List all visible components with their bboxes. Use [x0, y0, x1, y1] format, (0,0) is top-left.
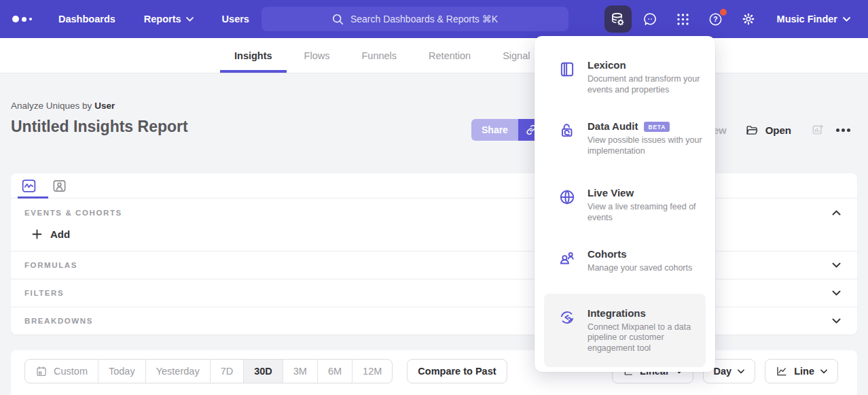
- apps-grid-icon: [676, 12, 690, 27]
- report-header: Analyze Uniques byUser Untitled Insights…: [0, 73, 868, 173]
- search-placeholder: Search Dashboards & Reports ⌘K: [350, 14, 498, 24]
- tab-flows[interactable]: Flows: [304, 38, 330, 73]
- range-custom-button[interactable]: Custom: [25, 360, 98, 383]
- menu-item-cohorts[interactable]: Cohorts Manage your saved cohorts: [535, 248, 715, 274]
- range-30d-button[interactable]: 30D: [243, 360, 283, 383]
- share-button[interactable]: Share: [471, 119, 518, 141]
- more-options-button[interactable]: [836, 128, 850, 132]
- menu-item-live-view[interactable]: Live View View a live streaming feed of …: [535, 187, 715, 223]
- beta-badge: BETA: [644, 122, 670, 132]
- svg-text:?: ?: [713, 15, 717, 23]
- lexicon-book-icon: [558, 61, 576, 95]
- nav-item-users[interactable]: Users: [222, 14, 249, 24]
- chart-toolbar: Custom Today Yesterday 7D 30D 3M 6M 12M …: [11, 350, 857, 395]
- nav-item-reports[interactable]: Reports: [144, 14, 194, 24]
- integrations-sync-icon: [558, 309, 576, 354]
- chart-type-select[interactable]: Line: [765, 359, 838, 383]
- data-management-icon: [610, 12, 626, 27]
- tab-funnels[interactable]: Funnels: [361, 38, 397, 73]
- analysis-context: Analyze Uniques byUser: [11, 101, 857, 111]
- expand-filters-button[interactable]: [832, 290, 841, 296]
- chevron-down-icon: [820, 369, 827, 374]
- menu-item-description: View possible issues with your implement…: [587, 135, 708, 156]
- profiles-mode-tab[interactable]: [52, 178, 67, 194]
- search-icon: [332, 14, 344, 25]
- report-actions: New Open: [706, 119, 850, 141]
- query-builder-card: EVENTS & COHORTS Add FORMULAS FILTERS BR…: [11, 173, 857, 334]
- chevron-down-icon: [832, 262, 841, 268]
- filters-section[interactable]: FILTERS: [11, 279, 857, 307]
- help-button[interactable]: ?: [702, 5, 729, 33]
- mixpanel-logo-icon[interactable]: [12, 16, 42, 22]
- breakdowns-section[interactable]: BREAKDOWNS: [11, 307, 857, 334]
- settings-button[interactable]: [735, 5, 762, 33]
- cohorts-people-icon: [558, 250, 576, 274]
- plus-icon: [32, 229, 42, 239]
- range-today-button[interactable]: Today: [98, 360, 145, 383]
- apps-grid-button[interactable]: [670, 5, 697, 33]
- add-to-dashboard-button[interactable]: [811, 123, 825, 137]
- chevron-down-icon: [832, 318, 841, 324]
- notification-badge: [720, 9, 727, 16]
- range-12m-button[interactable]: 12M: [352, 360, 392, 383]
- menu-item-description: Connect Mixpanel to a data pipeline or c…: [587, 322, 708, 354]
- gear-icon: [741, 12, 756, 27]
- menu-item-description: Document and transform your events and p…: [587, 74, 708, 95]
- compare-to-past-button[interactable]: Compare to Past: [407, 359, 507, 383]
- date-range-control: Custom Today Yesterday 7D 30D 3M 6M 12M: [24, 359, 393, 383]
- data-management-menu: Lexicon Document and transform your even…: [535, 36, 715, 372]
- menu-item-lexicon[interactable]: Lexicon Document and transform your even…: [535, 59, 715, 95]
- data-management-button[interactable]: [604, 5, 632, 33]
- data-audit-lock-icon: [558, 122, 576, 156]
- tab-insights[interactable]: Insights: [234, 38, 272, 73]
- feedback-icon: [643, 12, 658, 27]
- add-event-button[interactable]: Add: [11, 227, 857, 251]
- builder-mode-tabs: [11, 173, 857, 199]
- open-report-button[interactable]: Open: [745, 124, 791, 137]
- events-section: EVENTS & COHORTS Add: [11, 199, 857, 251]
- search-input[interactable]: Search Dashboards & Reports ⌘K: [261, 7, 568, 31]
- calendar-icon: [35, 365, 48, 377]
- events-section-label: EVENTS & COHORTS: [24, 209, 122, 217]
- formulas-section[interactable]: FORMULAS: [11, 251, 857, 279]
- nav-menu: Dashboards Reports Users: [58, 14, 249, 24]
- top-nav: Dashboards Reports Users Search Dashboar…: [0, 0, 868, 38]
- feedback-button[interactable]: [637, 5, 664, 33]
- context-entity[interactable]: User: [94, 101, 115, 111]
- share-split-button: Share: [471, 119, 544, 141]
- person-icon: [52, 178, 67, 194]
- globe-icon: [558, 188, 576, 223]
- chevron-down-icon: [186, 17, 194, 22]
- events-mode-tab[interactable]: [20, 177, 37, 194]
- folder-icon: [745, 124, 759, 137]
- project-switcher[interactable]: Music Finder: [777, 14, 850, 24]
- line-chart-icon: [776, 365, 788, 377]
- formulas-section-label: FORMULAS: [24, 261, 77, 269]
- chevron-down-icon: [832, 290, 841, 296]
- filters-section-label: FILTERS: [24, 289, 64, 297]
- range-3m-button[interactable]: 3M: [283, 360, 317, 383]
- tab-signal[interactable]: Signal: [503, 38, 530, 73]
- nav-item-dashboards[interactable]: Dashboards: [58, 14, 115, 24]
- expand-formulas-button[interactable]: [832, 262, 841, 268]
- menu-item-integrations[interactable]: Integrations Connect Mixpanel to a data …: [544, 307, 706, 354]
- insights-chart-icon: [20, 177, 37, 194]
- expand-breakdowns-button[interactable]: [832, 318, 841, 324]
- report-tabbar: Insights Flows Funnels Retention Signal …: [0, 38, 868, 73]
- tab-retention[interactable]: Retention: [429, 38, 471, 73]
- range-6m-button[interactable]: 6M: [317, 360, 352, 383]
- menu-item-description: Manage your saved cohorts: [587, 263, 708, 274]
- range-yesterday-button[interactable]: Yesterday: [145, 360, 210, 383]
- add-to-dashboard-icon: [811, 123, 825, 137]
- chevron-down-icon: [738, 369, 744, 374]
- chevron-up-icon: [832, 210, 841, 216]
- menu-item-highlight: Integrations Connect Mixpanel to a data …: [544, 294, 706, 368]
- nav-right-actions: ? Music Finder: [599, 0, 850, 38]
- collapse-events-button[interactable]: [832, 210, 841, 216]
- range-7d-button[interactable]: 7D: [210, 360, 244, 383]
- breakdowns-section-label: BREAKDOWNS: [24, 317, 93, 325]
- chevron-down-icon: [843, 17, 850, 22]
- menu-item-data-audit[interactable]: Data Audit BETA View possible issues wit…: [535, 120, 715, 156]
- project-name: Music Finder: [777, 14, 837, 24]
- menu-item-description: View a live streaming feed of events: [587, 202, 708, 223]
